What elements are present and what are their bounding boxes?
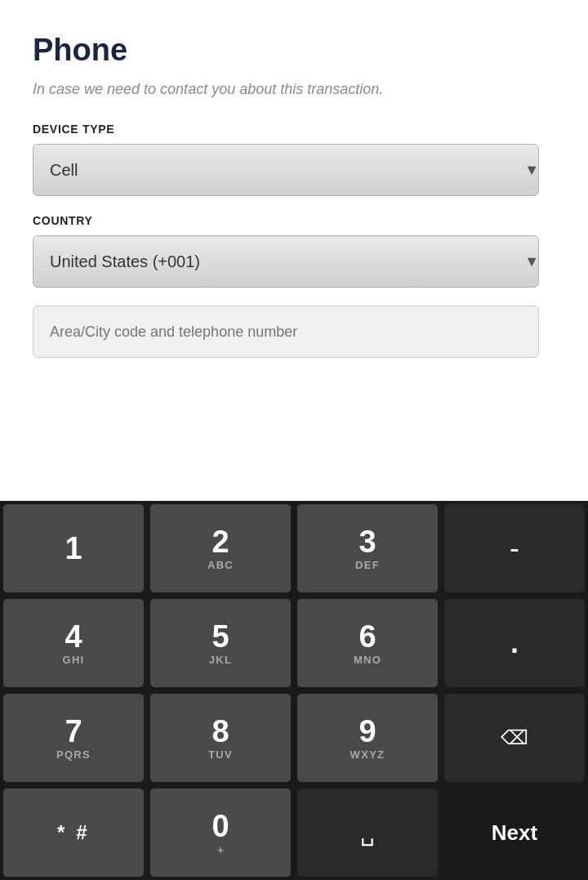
keyboard-row-1: 1 2 ABC 3 DEF - [0, 501, 588, 596]
key-9[interactable]: 9 WXYZ [296, 693, 439, 783]
key-star-hash[interactable]: * # [2, 788, 145, 878]
numeric-keyboard: 1 2 ABC 3 DEF - 4 GHI 5 JKL 6 MNO . [0, 501, 588, 880]
key-7[interactable]: 7 PQRS [2, 693, 145, 783]
key-8[interactable]: 8 TUV [149, 693, 292, 783]
key-3[interactable]: 3 DEF [296, 503, 439, 593]
country-wrapper: United States (+001) Canada (+001) Unite… [33, 235, 555, 288]
device-type-wrapper: Cell Home Work Other ▼ [33, 144, 555, 196]
device-type-label: DEVICE TYPE [33, 123, 555, 136]
key-dash[interactable]: - [443, 503, 586, 593]
country-label: COUNTRY [33, 214, 555, 227]
key-6[interactable]: 6 MNO [296, 598, 439, 688]
key-0[interactable]: 0 + [149, 788, 292, 878]
keyboard-row-4: * # 0 + ␣ Next [0, 785, 588, 880]
key-1[interactable]: 1 [2, 503, 145, 593]
key-4[interactable]: 4 GHI [2, 598, 145, 688]
phone-number-input[interactable] [33, 306, 539, 358]
keyboard-row-3: 7 PQRS 8 TUV 9 WXYZ ⌫ [0, 690, 588, 785]
key-space[interactable]: ␣ [296, 788, 439, 878]
subtitle: In case we need to contact you about thi… [33, 81, 555, 98]
next-button[interactable]: Next [443, 788, 586, 878]
country-select[interactable]: United States (+001) Canada (+001) Unite… [33, 235, 539, 288]
key-5[interactable]: 5 JKL [149, 598, 292, 688]
device-type-select[interactable]: Cell Home Work Other [33, 144, 539, 196]
key-2[interactable]: 2 ABC [149, 503, 292, 593]
page-title: Phone [33, 33, 555, 68]
key-dot[interactable]: . [443, 598, 586, 688]
keyboard-row-2: 4 GHI 5 JKL 6 MNO . [0, 596, 588, 690]
form-section: Phone In case we need to contact you abo… [0, 0, 588, 382]
key-backspace[interactable]: ⌫ [443, 693, 586, 783]
